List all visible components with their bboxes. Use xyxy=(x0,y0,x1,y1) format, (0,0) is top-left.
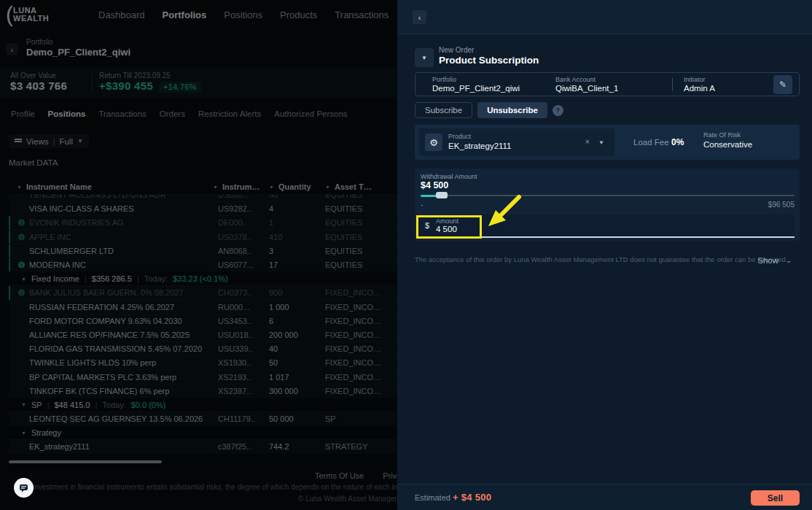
column-instrument-id[interactable]: ▼Instrum… xyxy=(213,182,269,191)
tab-authorized-persons[interactable]: Authorized Persons xyxy=(274,109,347,118)
market-data-title: Market DATA xyxy=(9,158,58,167)
estimated-label: Estimated xyxy=(415,493,450,502)
logo-paren-icon: ( xyxy=(6,2,13,27)
show-details-link[interactable]: Show xyxy=(757,256,778,265)
product-card: ⚙ Product EK_strategy2111 × ▼ Load Fee 0… xyxy=(415,125,800,160)
chevron-down-icon[interactable]: ▼ xyxy=(598,139,604,146)
chat-button[interactable] xyxy=(14,478,34,498)
nav-item-transactions[interactable]: Transactions xyxy=(335,9,389,20)
amount-value: 4 500 xyxy=(436,225,457,233)
amount-input[interactable]: $ Amount 4 500 xyxy=(416,215,795,238)
initiator-label: Initiator xyxy=(684,76,715,83)
views-icon xyxy=(15,138,22,144)
slider-min-label: - xyxy=(421,201,423,209)
views-value: Full xyxy=(59,137,73,146)
chevron-down-icon: ▼ xyxy=(21,277,26,282)
chevron-down-icon: ▼ xyxy=(421,55,427,61)
order-panel: ‹ ▼ New Order Product Subscription Portf… xyxy=(397,0,812,510)
slider-max-label: $96 505 xyxy=(768,201,795,209)
terms-of-use-link[interactable]: Terms Of Use xyxy=(315,471,364,480)
return-label: Return Till 2023.09.25 xyxy=(99,72,201,80)
chevron-down-icon: ▼ xyxy=(77,138,83,144)
load-fee-label: Load Fee xyxy=(633,138,669,147)
column-instrument-name[interactable]: ▼Instrument Name xyxy=(9,182,213,191)
panel-back-button[interactable]: ‹ xyxy=(413,10,426,24)
collapse-order-button[interactable]: ▼ xyxy=(415,48,434,67)
bank-account-field: Bank Account QiwiBA_Client_1 xyxy=(555,76,618,93)
views-selector[interactable]: Views | Full ▼ xyxy=(9,134,89,148)
pencil-icon: ✎ xyxy=(779,80,786,90)
tab-transactions[interactable]: Transactions xyxy=(98,109,146,118)
horizontal-scrollbar[interactable] xyxy=(9,460,162,463)
return-percent-badge: +14.76% xyxy=(159,82,201,93)
portfolio-field-label: Portfolio xyxy=(432,76,520,83)
order-title: Product Subscription xyxy=(439,55,539,66)
sort-caret-icon: ▼ xyxy=(269,185,274,190)
chevron-left-icon: ‹ xyxy=(418,13,421,22)
chevron-down-icon[interactable]: ⌄ xyxy=(786,257,792,264)
info-icon: ! xyxy=(18,220,25,226)
nav-item-dashboard[interactable]: Dashboard xyxy=(98,9,145,20)
gear-icon[interactable]: ⚙ xyxy=(425,134,442,151)
nav-item-portfolios[interactable]: Portfolios xyxy=(163,9,207,20)
nav-item-products[interactable]: Products xyxy=(280,9,317,20)
panel-topbar: ‹ xyxy=(397,0,812,34)
brand-line2: WEALTH xyxy=(13,14,49,23)
rate-of-risk-value: Conservative xyxy=(703,140,752,149)
initiator-value: Admin A xyxy=(684,84,715,93)
sort-caret-icon: ▼ xyxy=(325,185,330,190)
tab-restriction-alerts[interactable]: Restriction Alerts xyxy=(198,109,261,118)
summary-divider xyxy=(92,73,93,92)
amount-slider-track[interactable] xyxy=(421,195,795,196)
chevron-down-icon: ▼ xyxy=(21,430,26,436)
luna-wealth-logo[interactable]: ( LUNA WEALTH xyxy=(6,2,49,27)
info-divider xyxy=(672,78,673,91)
tab-positions[interactable]: Positions xyxy=(48,109,86,118)
portfolio-field-value: Demo_PF_Client2_qiwi xyxy=(432,84,520,93)
return-value: +$390 455 xyxy=(99,80,153,92)
initiator-field: Initiator Admin A xyxy=(684,76,715,93)
portfolio-name: Demo_PF_Client2_qiwi xyxy=(26,47,130,58)
sort-caret-icon: ▼ xyxy=(17,185,22,190)
help-icon[interactable]: ? xyxy=(553,105,563,116)
new-order-label: New Order xyxy=(439,46,474,54)
chevron-left-icon: ‹ xyxy=(11,45,14,54)
portfolio-back-button[interactable]: ‹ xyxy=(6,43,18,55)
info-icon: ! xyxy=(18,290,25,296)
edit-order-button[interactable]: ✎ xyxy=(773,75,792,94)
estimated-value: + $4 500 xyxy=(453,492,491,503)
nav-item-positions[interactable]: Positions xyxy=(224,9,262,20)
views-separator: | xyxy=(52,137,55,146)
panel-footer: Estimated + $4 500 Sell xyxy=(397,484,812,510)
withdrawal-amount-value: $4 500 xyxy=(421,180,448,190)
info-icon: ! xyxy=(18,233,25,240)
order-disclaimer: The acceptance of this order by Luna Wea… xyxy=(415,255,787,263)
tab-orders[interactable]: Orders xyxy=(160,109,185,118)
sort-caret-icon: ▼ xyxy=(213,185,218,190)
info-icon: ! xyxy=(18,262,25,268)
withdrawal-amount-label: Withdrawal Amount xyxy=(421,173,477,180)
product-select[interactable]: ⚙ Product EK_strategy2111 × ▼ xyxy=(419,128,614,156)
dollar-icon: $ xyxy=(425,221,429,230)
amount-slider-handle[interactable] xyxy=(436,192,448,198)
chevron-down-icon: ▼ xyxy=(21,402,26,407)
column-quantity[interactable]: ▼Quantity xyxy=(269,182,325,191)
views-label: Views xyxy=(26,137,48,146)
portfolio-field: Portfolio Demo_PF_Client2_qiwi xyxy=(432,76,520,93)
portfolio-tabs: ProfilePositionsTransactionsOrdersRestri… xyxy=(11,109,348,118)
order-info-box: Portfolio Demo_PF_Client2_qiwi Bank Acco… xyxy=(415,72,800,96)
amount-label: Amount xyxy=(436,217,458,225)
bank-account-label: Bank Account xyxy=(555,76,618,83)
all-over-value-label: All Over Value xyxy=(10,72,67,80)
bank-account-value: QiwiBA_Client_1 xyxy=(555,84,618,93)
subscribe-button[interactable]: Subscribe xyxy=(415,102,472,118)
product-value: EK_strategy2111 xyxy=(448,142,512,150)
withdrawal-card: Withdrawal Amount $4 500 - $96 505 $ Amo… xyxy=(415,169,800,241)
all-over-value: $3 403 766 xyxy=(10,80,67,92)
unsubscribe-button[interactable]: Unsubscribe xyxy=(477,102,547,118)
rate-of-risk-label: Rate Of Risk xyxy=(703,131,741,139)
clear-product-icon[interactable]: × xyxy=(585,137,590,146)
load-fee-value: 0% xyxy=(671,137,684,147)
sell-button[interactable]: Sell xyxy=(751,490,800,506)
tab-profile[interactable]: Profile xyxy=(11,109,35,118)
